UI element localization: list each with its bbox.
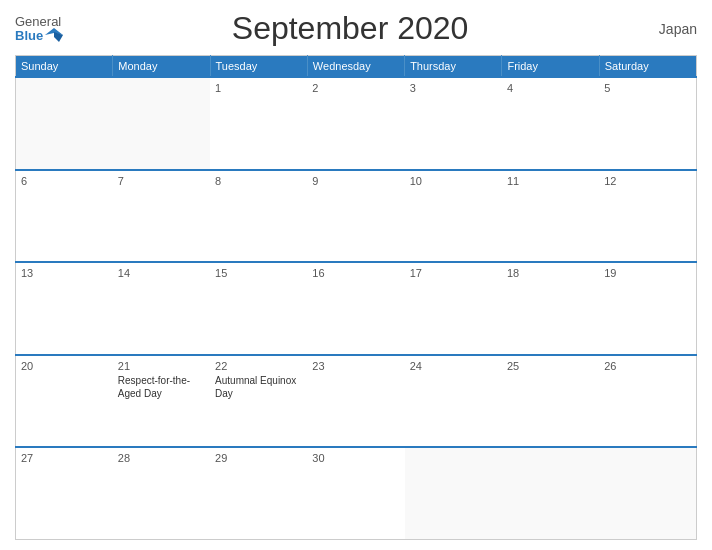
day-number: 4: [507, 82, 594, 94]
day-number: 2: [312, 82, 399, 94]
calendar-cell: 20: [16, 355, 113, 448]
calendar-cell: 5: [599, 77, 696, 170]
calendar-week-row: 6789101112: [16, 170, 697, 263]
col-saturday: Saturday: [599, 56, 696, 78]
logo: General Blue: [15, 15, 63, 42]
calendar-page: General Blue September 2020 Japan Sunday…: [0, 0, 712, 550]
calendar-cell: 10: [405, 170, 502, 263]
calendar-cell: 6: [16, 170, 113, 263]
svg-marker-1: [54, 32, 63, 42]
day-number: 24: [410, 360, 497, 372]
col-monday: Monday: [113, 56, 210, 78]
calendar-cell: 23: [307, 355, 404, 448]
day-number: 28: [118, 452, 205, 464]
calendar-cell: 19: [599, 262, 696, 355]
day-number: 6: [21, 175, 108, 187]
calendar-table: Sunday Monday Tuesday Wednesday Thursday…: [15, 55, 697, 540]
col-friday: Friday: [502, 56, 599, 78]
logo-general-text: General: [15, 15, 61, 28]
event-label: Respect-for-the-Aged Day: [118, 375, 190, 399]
day-number: 21: [118, 360, 205, 372]
day-number: 20: [21, 360, 108, 372]
calendar-week-row: 2021Respect-for-the-Aged Day22Autumnal E…: [16, 355, 697, 448]
day-number: 15: [215, 267, 302, 279]
calendar-cell: 11: [502, 170, 599, 263]
calendar-cell: [502, 447, 599, 540]
day-number: 16: [312, 267, 399, 279]
logo-blue-text: Blue: [15, 29, 43, 42]
calendar-cell: [405, 447, 502, 540]
calendar-cell: 24: [405, 355, 502, 448]
calendar-cell: 1: [210, 77, 307, 170]
calendar-cell: 29: [210, 447, 307, 540]
day-number: 26: [604, 360, 691, 372]
day-number: 8: [215, 175, 302, 187]
col-tuesday: Tuesday: [210, 56, 307, 78]
day-number: 17: [410, 267, 497, 279]
day-number: 9: [312, 175, 399, 187]
calendar-cell: 14: [113, 262, 210, 355]
calendar-cell: 28: [113, 447, 210, 540]
calendar-body: 123456789101112131415161718192021Respect…: [16, 77, 697, 540]
calendar-cell: 30: [307, 447, 404, 540]
day-number: 18: [507, 267, 594, 279]
col-sunday: Sunday: [16, 56, 113, 78]
calendar-cell: 7: [113, 170, 210, 263]
calendar-cell: 18: [502, 262, 599, 355]
day-number: 23: [312, 360, 399, 372]
day-number: 14: [118, 267, 205, 279]
calendar-cell: [599, 447, 696, 540]
col-wednesday: Wednesday: [307, 56, 404, 78]
calendar-cell: 21Respect-for-the-Aged Day: [113, 355, 210, 448]
calendar-cell: 8: [210, 170, 307, 263]
day-number: 1: [215, 82, 302, 94]
day-number: 11: [507, 175, 594, 187]
calendar-cell: 26: [599, 355, 696, 448]
day-number: 25: [507, 360, 594, 372]
day-number: 27: [21, 452, 108, 464]
day-number: 19: [604, 267, 691, 279]
calendar-cell: 9: [307, 170, 404, 263]
calendar-cell: 15: [210, 262, 307, 355]
day-number: 5: [604, 82, 691, 94]
calendar-cell: 3: [405, 77, 502, 170]
day-number: 3: [410, 82, 497, 94]
calendar-cell: 13: [16, 262, 113, 355]
calendar-cell: 27: [16, 447, 113, 540]
calendar-cell: 4: [502, 77, 599, 170]
day-number: 13: [21, 267, 108, 279]
col-thursday: Thursday: [405, 56, 502, 78]
day-number: 10: [410, 175, 497, 187]
calendar-week-row: 13141516171819: [16, 262, 697, 355]
calendar-cell: 22Autumnal Equinox Day: [210, 355, 307, 448]
day-number: 12: [604, 175, 691, 187]
calendar-header-row: Sunday Monday Tuesday Wednesday Thursday…: [16, 56, 697, 78]
calendar-cell: 17: [405, 262, 502, 355]
calendar-cell: 16: [307, 262, 404, 355]
day-number: 30: [312, 452, 399, 464]
calendar-week-row: 27282930: [16, 447, 697, 540]
event-label: Autumnal Equinox Day: [215, 375, 296, 399]
day-number: 7: [118, 175, 205, 187]
calendar-title: September 2020: [63, 10, 637, 47]
day-number: 22: [215, 360, 302, 372]
calendar-header: General Blue September 2020 Japan: [15, 10, 697, 47]
calendar-cell: [16, 77, 113, 170]
day-number: 29: [215, 452, 302, 464]
calendar-cell: 2: [307, 77, 404, 170]
calendar-week-row: 12345: [16, 77, 697, 170]
calendar-cell: 25: [502, 355, 599, 448]
calendar-cell: 12: [599, 170, 696, 263]
logo-bird-icon: [45, 28, 63, 42]
country-label: Japan: [637, 21, 697, 37]
calendar-cell: [113, 77, 210, 170]
